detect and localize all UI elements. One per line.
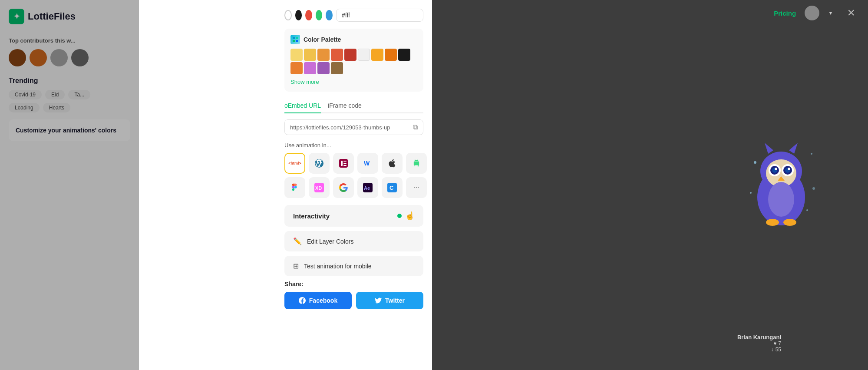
integration-more[interactable]: ··· (406, 177, 427, 198)
integration-figma[interactable] (284, 177, 305, 198)
share-buttons: Facebook Twitter (284, 292, 423, 309)
twitter-share-button[interactable]: Twitter (356, 292, 423, 309)
color-circle-black[interactable] (295, 10, 302, 20)
avatar (50, 49, 68, 66)
swatch[interactable] (317, 49, 330, 61)
test-animation-label: Test animation for mobile (304, 263, 372, 270)
header-bar: Pricing ▼ (432, 0, 868, 26)
integration-xd[interactable]: XD (309, 177, 330, 198)
trending-title: Trending (9, 77, 130, 85)
svg-rect-6 (341, 161, 343, 166)
svg-rect-3 (296, 40, 298, 42)
pencil-icon: ✏️ (293, 237, 302, 245)
sidebar: ✦ LottieFiles Top contributors this w...… (0, 0, 139, 370)
integration-android[interactable] (406, 153, 427, 174)
interactivity-cursor-icon: ☝ (405, 211, 415, 221)
contributor-avatars (9, 49, 130, 66)
show-more-button[interactable]: Show more (290, 79, 319, 85)
tag-hearts[interactable]: Hearts (43, 103, 70, 112)
svg-rect-0 (293, 37, 295, 39)
swatch[interactable] (371, 49, 383, 61)
svg-point-27 (775, 168, 777, 170)
palette-swatches (290, 49, 417, 74)
user-avatar (805, 6, 819, 20)
tag-ta[interactable]: Ta... (68, 90, 90, 99)
center-panel (139, 0, 276, 370)
tag-row-2: Loading Hearts (9, 103, 130, 112)
color-circle-white[interactable] (284, 10, 292, 20)
integration-webflow[interactable]: W (357, 153, 378, 174)
tab-oembed[interactable]: oEmbed URL (284, 99, 321, 113)
swatch[interactable] (304, 49, 316, 61)
integration-wordpress[interactable] (309, 153, 330, 174)
hex-color-input[interactable] (336, 9, 423, 22)
integration-elementor[interactable] (333, 153, 354, 174)
swatch[interactable] (385, 49, 397, 61)
test-animation-button[interactable]: ⊞ Test animation for mobile (284, 256, 423, 276)
color-circle-red[interactable] (305, 10, 312, 20)
svg-point-35 (783, 219, 796, 226)
customize-card: Customize your animations' colors (9, 119, 130, 141)
integration-carto[interactable]: C (382, 177, 403, 198)
integration-apple[interactable] (382, 153, 403, 174)
svg-point-39 (812, 187, 815, 190)
color-palette-section: Color Palette Show more (284, 29, 423, 92)
svg-point-40 (806, 209, 808, 211)
svg-text:XD: XD (315, 185, 322, 191)
svg-text:Ae: Ae (364, 185, 370, 191)
color-circle-blue[interactable] (326, 10, 333, 20)
modal-panel: Color Palette Show more oEmbed URL (276, 0, 432, 370)
svg-point-12 (294, 186, 297, 188)
owl-illustration (746, 141, 816, 228)
svg-marker-21 (765, 143, 773, 154)
svg-point-34 (766, 219, 779, 226)
palette-title: Color Palette (304, 36, 341, 43)
copy-icon[interactable]: ⧉ (413, 123, 418, 131)
interactivity-right: ☝ (397, 211, 415, 221)
swatch[interactable] (290, 49, 303, 61)
svg-rect-9 (343, 165, 347, 166)
embed-tabs: oEmbed URL iFrame code (284, 99, 423, 113)
facebook-icon (299, 297, 306, 304)
close-button[interactable]: × (847, 6, 855, 19)
facebook-label: Facebook (309, 297, 337, 304)
svg-point-38 (750, 192, 752, 194)
integration-aftereffects[interactable]: Ae (357, 177, 378, 198)
integration-google[interactable] (333, 177, 354, 198)
tag-eid[interactable]: Eid (45, 90, 65, 99)
integration-html[interactable]: <html> (284, 153, 305, 174)
swatch[interactable] (331, 49, 343, 61)
heart-count: ♥ 7 (737, 340, 781, 347)
tag-loading[interactable]: Loading (9, 103, 40, 112)
swatch[interactable] (290, 62, 303, 74)
right-panel: Pricing ▼ × (432, 0, 868, 370)
swatch[interactable] (398, 49, 410, 61)
palette-header: Color Palette (290, 35, 417, 44)
swatch[interactable] (344, 49, 356, 61)
svg-text:W: W (364, 160, 370, 167)
facebook-share-button[interactable]: Facebook (284, 292, 352, 309)
edit-layer-colors-button[interactable]: ✏️ Edit Layer Colors (284, 231, 423, 251)
twitter-icon (375, 297, 382, 304)
contributors-title: Top contributors this w... (9, 37, 130, 44)
svg-point-36 (754, 161, 756, 164)
avatar (30, 49, 47, 66)
svg-rect-8 (343, 163, 347, 164)
chevron-down-icon: ▼ (828, 10, 833, 16)
swatch[interactable] (358, 49, 370, 61)
svg-text:C: C (389, 185, 394, 191)
pricing-button[interactable]: Pricing (774, 10, 796, 17)
swatch[interactable] (331, 62, 343, 74)
interactivity-button[interactable]: Interactivity ☝ (284, 205, 423, 227)
color-circle-green[interactable] (316, 10, 323, 20)
download-icon: ↓ (771, 347, 774, 353)
embed-url-text: https://lottiefiles.com/129053-thumbs-up (290, 124, 409, 131)
customize-text: Customize your animations' colors (16, 126, 116, 134)
tag-covid[interactable]: Covid-19 (9, 90, 42, 99)
tag-row: Covid-19 Eid Ta... (9, 90, 130, 99)
svg-rect-2 (293, 40, 295, 42)
swatch[interactable] (317, 62, 330, 74)
svg-point-31 (788, 168, 790, 170)
tab-iframe[interactable]: iFrame code (328, 99, 362, 113)
swatch[interactable] (304, 62, 316, 74)
